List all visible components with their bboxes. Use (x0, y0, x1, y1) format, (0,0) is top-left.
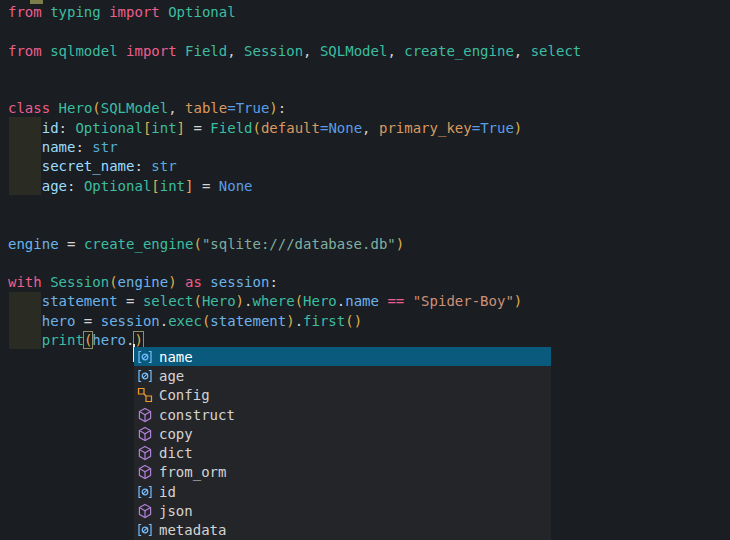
suggest-item-construct[interactable]: construct (134, 405, 551, 424)
suggest-item-label: dict (159, 445, 193, 461)
code-token: "sqlite:///database.db" (202, 236, 396, 252)
code-token: True (480, 120, 514, 136)
code-token: first (303, 313, 345, 329)
code-token (8, 139, 42, 155)
code-token: exec (168, 313, 202, 329)
code-token (8, 158, 42, 174)
code-token: : (75, 139, 92, 155)
code-token: ( (92, 100, 100, 116)
code-line-4 (8, 61, 730, 80)
code-line-5 (8, 80, 730, 99)
code-token: id (42, 120, 59, 136)
code-token: engine (8, 236, 59, 252)
code-token: as (185, 274, 202, 290)
code-token (8, 332, 42, 348)
symbol-field-icon (137, 484, 153, 500)
code-token (8, 293, 42, 309)
suggest-item-metadata[interactable]: metadata (134, 521, 551, 540)
code-token: age (42, 178, 67, 194)
code-token: with (8, 274, 42, 290)
code-token: import (126, 43, 177, 59)
code-token: ( (295, 293, 303, 309)
symbol-field-icon (137, 522, 153, 538)
code-token (177, 274, 185, 290)
code-token: hero (42, 313, 76, 329)
symbol-class-icon (137, 387, 153, 403)
symbol-method-icon (137, 426, 153, 442)
code-line-7: id: Optional[int] = Field(default=None, … (8, 119, 730, 138)
suggest-item-age[interactable]: age (134, 366, 551, 385)
code-line-6: class Hero(SQLModel, table=True): (8, 99, 730, 118)
code-token (42, 43, 50, 59)
suggest-item-from_orm[interactable]: from_orm (134, 463, 551, 482)
suggest-item-label: construct (159, 407, 235, 423)
code-token: print (42, 332, 84, 348)
suggest-item-name[interactable]: name (134, 347, 551, 366)
code-token: = (193, 178, 218, 194)
code-token (50, 100, 58, 116)
code-token: None (328, 120, 362, 136)
code-token: from (8, 43, 42, 59)
suggest-item-id[interactable]: id (134, 482, 551, 501)
code-token (42, 274, 50, 290)
code-token: : (278, 100, 286, 116)
code-token: SQLModel (101, 100, 168, 116)
code-token: ) (168, 274, 176, 290)
code-token: ( (253, 120, 261, 136)
code-token: , (387, 43, 404, 59)
code-token: , (362, 120, 379, 136)
code-token: = (59, 236, 84, 252)
code-token: . (337, 293, 345, 309)
code-text-layer: from typing import Optionalfrom sqlmodel… (0, 0, 730, 350)
code-token: . (295, 313, 303, 329)
code-token: == (387, 293, 404, 309)
code-line-17: hero = session.exec(statement).first() (8, 312, 730, 331)
code-token: str (151, 158, 176, 174)
code-token: . (160, 313, 168, 329)
code-line-3: from sqlmodel import Field, Session, SQL… (8, 42, 730, 61)
code-token: = (75, 313, 100, 329)
code-token (118, 43, 126, 59)
code-token: create_engine (84, 236, 194, 252)
code-token: ) (354, 313, 362, 329)
code-line-1: from typing import Optional (8, 3, 730, 22)
suggest-item-dict[interactable]: dict (134, 443, 551, 462)
code-token: select (531, 43, 582, 59)
code-token: Optional (84, 178, 151, 194)
symbol-method-icon (137, 464, 153, 480)
suggest-item-label: copy (159, 426, 193, 442)
code-token: True (236, 100, 270, 116)
code-token: ( (193, 236, 201, 252)
code-token: : (134, 158, 151, 174)
code-token (42, 4, 50, 20)
code-line-12 (8, 215, 730, 234)
code-token: secret_name (42, 158, 135, 174)
code-token: select (143, 293, 194, 309)
code-token: int (160, 178, 185, 194)
code-token: create_engine (404, 43, 514, 59)
code-token: default (261, 120, 320, 136)
code-token: name (345, 293, 379, 309)
code-line-15: with Session(engine) as session: (8, 273, 730, 292)
code-token: table (185, 100, 227, 116)
code-token: Session (244, 43, 303, 59)
suggest-item-copy[interactable]: copy (134, 424, 551, 443)
code-token: = (472, 120, 480, 136)
code-line-9: secret_name: str (8, 157, 730, 176)
code-token: ) (286, 313, 294, 329)
suggest-item-label: id (159, 484, 176, 500)
code-line-10: age: Optional[int] = None (8, 177, 730, 196)
suggest-item-Config[interactable]: Config (134, 386, 551, 405)
code-token: : (59, 120, 76, 136)
code-token: , (303, 43, 320, 59)
code-token: str (92, 139, 117, 155)
code-token: int (151, 120, 176, 136)
code-token: where (252, 293, 294, 309)
code-token: ) (236, 293, 244, 309)
code-token: session (101, 313, 160, 329)
suggest-item-label: metadata (159, 522, 226, 538)
code-line-16: statement = select(Hero).where(Hero.name… (8, 292, 730, 311)
code-token: primary_key (379, 120, 472, 136)
code-token: ] (177, 120, 185, 136)
suggest-item-json[interactable]: json (134, 501, 551, 520)
